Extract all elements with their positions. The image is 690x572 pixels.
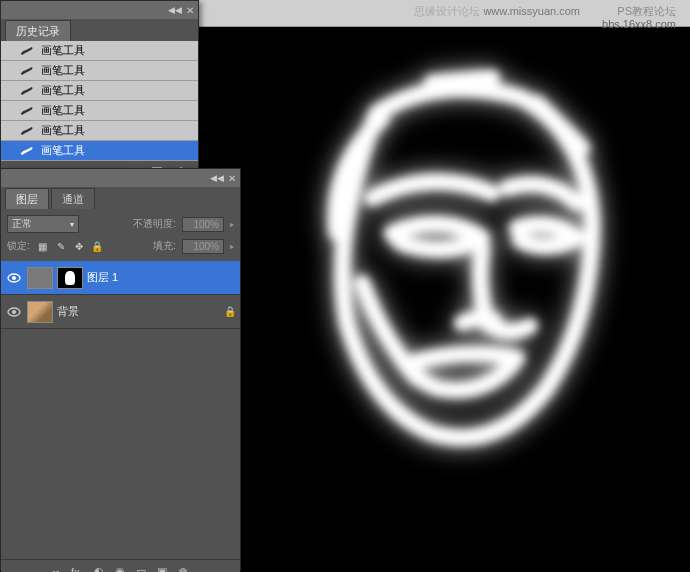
close-icon[interactable]: ✕: [228, 173, 236, 184]
painted-face: [282, 58, 622, 458]
tab-channels[interactable]: 通道: [51, 188, 95, 209]
canvas[interactable]: [242, 28, 690, 572]
layer-name: 背景: [57, 304, 220, 319]
visibility-toggle[interactable]: [5, 307, 23, 317]
brush-icon: [19, 125, 35, 137]
layer-footer-icon[interactable]: ▭: [136, 565, 146, 572]
visibility-toggle[interactable]: [5, 273, 23, 283]
layers-footer: ∞fx.◐◉▭▣🗑: [1, 559, 240, 572]
opacity-label: 不透明度:: [133, 217, 176, 231]
history-item-label: 画笔工具: [35, 103, 85, 118]
panel-header[interactable]: ◀◀ ✕: [1, 1, 198, 19]
mask-thumbnail[interactable]: [57, 267, 83, 289]
layer-thumbnail[interactable]: [27, 267, 53, 289]
opacity-value[interactable]: 100%: [182, 217, 224, 232]
brush-icon: [19, 45, 35, 57]
brush-icon: [19, 85, 35, 97]
fill-label: 填充:: [153, 239, 176, 253]
tab-layers[interactable]: 图层: [5, 188, 49, 209]
layer-footer-icon[interactable]: ◉: [115, 565, 125, 572]
history-item-label: 画笔工具: [35, 63, 85, 78]
fill-value[interactable]: 100%: [182, 239, 224, 254]
history-panel: ◀◀ ✕ 历史记录 画笔工具 画笔工具 画笔工具 画笔工具 画笔工具 画笔工具: [0, 0, 199, 184]
brush-icon: [19, 65, 35, 77]
history-item[interactable]: 画笔工具: [1, 81, 198, 101]
lock-move-icon[interactable]: ✥: [72, 239, 86, 253]
brush-icon: [19, 145, 35, 157]
history-item-label: 画笔工具: [35, 143, 85, 158]
layer-thumbnail[interactable]: [27, 301, 53, 323]
layer-footer-icon[interactable]: 🗑: [178, 566, 189, 573]
tab-history[interactable]: 历史记录: [5, 20, 71, 41]
lock-all-icon[interactable]: 🔒: [90, 239, 104, 253]
history-list: 画笔工具 画笔工具 画笔工具 画笔工具 画笔工具 画笔工具: [1, 41, 198, 161]
layer-footer-icon[interactable]: ∞: [52, 566, 60, 573]
layer-footer-icon[interactable]: ▣: [157, 565, 167, 572]
close-icon[interactable]: ✕: [186, 5, 194, 16]
history-item[interactable]: 画笔工具: [1, 121, 198, 141]
history-item[interactable]: 画笔工具: [1, 101, 198, 121]
layer-footer-icon[interactable]: fx.: [71, 566, 83, 573]
history-item-label: 画笔工具: [35, 83, 85, 98]
history-item-label: 画笔工具: [35, 43, 85, 58]
layer-footer-icon[interactable]: ◐: [94, 565, 104, 572]
watermark-url: bbs.16xx8.com: [602, 18, 676, 30]
watermark-site: PS教程论坛: [617, 4, 676, 19]
lock-label: 锁定:: [7, 239, 30, 253]
lock-paint-icon[interactable]: ✎: [54, 239, 68, 253]
brush-icon: [19, 105, 35, 117]
svg-point-6: [12, 310, 16, 314]
layer-row[interactable]: 背景 🔒: [1, 295, 240, 329]
layers-list: 图层 1 背景 🔒: [1, 261, 240, 559]
history-item[interactable]: 画笔工具: [1, 141, 198, 161]
history-item[interactable]: 画笔工具: [1, 61, 198, 81]
layer-name: 图层 1: [87, 270, 220, 285]
lock-icon: 🔒: [224, 306, 236, 317]
collapse-icon[interactable]: ◀◀: [168, 5, 182, 15]
layers-panel: ◀◀ ✕ 图层 通道 正常▾ 不透明度: 100% ▸ 锁定: ▦ ✎ ✥ 🔒 …: [0, 168, 241, 571]
watermark-forum: 思缘设计论坛 www.missyuan.com: [414, 4, 580, 19]
history-item-label: 画笔工具: [35, 123, 85, 138]
panel-header[interactable]: ◀◀ ✕: [1, 169, 240, 187]
lock-transparency-icon[interactable]: ▦: [36, 239, 50, 253]
blend-mode-dropdown[interactable]: 正常▾: [7, 215, 79, 233]
layer-row[interactable]: 图层 1: [1, 261, 240, 295]
collapse-icon[interactable]: ◀◀: [210, 173, 224, 183]
history-item[interactable]: 画笔工具: [1, 41, 198, 61]
svg-point-4: [12, 276, 16, 280]
